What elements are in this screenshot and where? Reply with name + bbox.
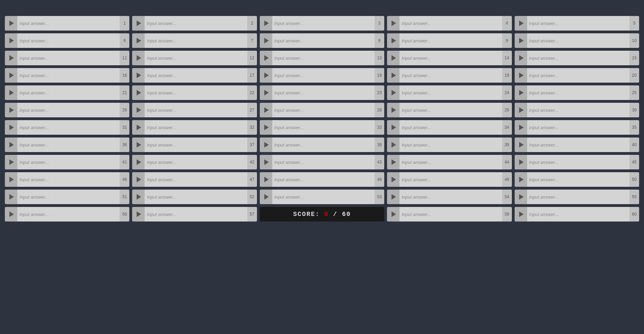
play-button-12[interactable]: [132, 51, 145, 65]
answer-input-38[interactable]: [272, 137, 375, 152]
play-button-4[interactable]: [387, 16, 400, 31]
play-button-41[interactable]: [5, 155, 17, 169]
play-button-10[interactable]: [515, 33, 527, 48]
answer-input-20[interactable]: [527, 68, 629, 83]
answer-input-22[interactable]: [145, 85, 247, 100]
answer-input-37[interactable]: [145, 137, 247, 152]
play-button-5[interactable]: [515, 16, 527, 31]
play-button-21[interactable]: [5, 85, 17, 100]
play-button-27[interactable]: [132, 103, 145, 117]
play-button-25[interactable]: [515, 85, 527, 100]
answer-input-4[interactable]: [400, 16, 502, 31]
answer-input-45[interactable]: [527, 155, 629, 169]
answer-input-8[interactable]: [272, 33, 375, 48]
play-button-6[interactable]: [5, 33, 17, 48]
answer-input-39[interactable]: [400, 137, 502, 152]
answer-input-9[interactable]: [400, 33, 502, 48]
answer-input-7[interactable]: [145, 33, 247, 48]
play-button-1[interactable]: [5, 16, 17, 31]
answer-input-52[interactable]: [145, 190, 247, 204]
play-button-17[interactable]: [132, 68, 145, 83]
answer-input-55[interactable]: [527, 190, 629, 204]
play-button-37[interactable]: [132, 137, 145, 152]
answer-input-13[interactable]: [272, 51, 375, 65]
play-button-16[interactable]: [5, 68, 17, 83]
answer-input-10[interactable]: [527, 33, 629, 48]
play-button-44[interactable]: [387, 155, 400, 169]
play-button-43[interactable]: [260, 155, 272, 169]
play-button-46[interactable]: [5, 172, 17, 187]
play-button-50[interactable]: [515, 172, 527, 187]
answer-input-6[interactable]: [17, 33, 120, 48]
play-button-2[interactable]: [132, 16, 145, 31]
answer-input-2[interactable]: [145, 16, 247, 31]
answer-input-50[interactable]: [527, 172, 629, 187]
answer-input-43[interactable]: [272, 155, 375, 169]
answer-input-59[interactable]: [400, 207, 502, 222]
answer-input-27[interactable]: [145, 103, 247, 117]
play-button-54[interactable]: [387, 190, 400, 204]
play-button-31[interactable]: [5, 120, 17, 135]
answer-input-15[interactable]: [527, 51, 629, 65]
answer-input-18[interactable]: [272, 68, 375, 83]
play-button-60[interactable]: [515, 207, 527, 222]
play-button-14[interactable]: [387, 51, 400, 65]
answer-input-28[interactable]: [272, 103, 375, 117]
answer-input-30[interactable]: [527, 103, 629, 117]
play-button-9[interactable]: [387, 33, 400, 48]
answer-input-49[interactable]: [400, 172, 502, 187]
play-button-11[interactable]: [5, 51, 17, 65]
answer-input-24[interactable]: [400, 85, 502, 100]
answer-input-21[interactable]: [17, 85, 120, 100]
answer-input-35[interactable]: [527, 120, 629, 135]
answer-input-33[interactable]: [272, 120, 375, 135]
answer-input-53[interactable]: [272, 190, 375, 204]
play-button-59[interactable]: [387, 207, 400, 222]
answer-input-31[interactable]: [17, 120, 120, 135]
play-button-47[interactable]: [132, 172, 145, 187]
play-button-26[interactable]: [5, 103, 17, 117]
answer-input-16[interactable]: [17, 68, 120, 83]
answer-input-47[interactable]: [145, 172, 247, 187]
answer-input-56[interactable]: [17, 207, 120, 222]
answer-input-57[interactable]: [145, 207, 247, 222]
play-button-24[interactable]: [387, 85, 400, 100]
play-button-8[interactable]: [260, 33, 272, 48]
play-button-40[interactable]: [515, 137, 527, 152]
play-button-55[interactable]: [515, 190, 527, 204]
answer-input-46[interactable]: [17, 172, 120, 187]
play-button-51[interactable]: [5, 190, 17, 204]
answer-input-29[interactable]: [400, 103, 502, 117]
answer-input-44[interactable]: [400, 155, 502, 169]
play-button-30[interactable]: [515, 103, 527, 117]
answer-input-3[interactable]: [272, 16, 375, 31]
play-button-20[interactable]: [515, 68, 527, 83]
play-button-32[interactable]: [132, 120, 145, 135]
answer-input-42[interactable]: [145, 155, 247, 169]
answer-input-12[interactable]: [145, 51, 247, 65]
play-button-45[interactable]: [515, 155, 527, 169]
play-button-48[interactable]: [260, 172, 272, 187]
answer-input-25[interactable]: [527, 85, 629, 100]
play-button-15[interactable]: [515, 51, 527, 65]
play-button-35[interactable]: [515, 120, 527, 135]
play-button-23[interactable]: [260, 85, 272, 100]
play-button-38[interactable]: [260, 137, 272, 152]
play-button-22[interactable]: [132, 85, 145, 100]
play-button-19[interactable]: [387, 68, 400, 83]
answer-input-36[interactable]: [17, 137, 120, 152]
play-button-53[interactable]: [260, 190, 272, 204]
play-button-39[interactable]: [387, 137, 400, 152]
play-button-13[interactable]: [260, 51, 272, 65]
play-button-52[interactable]: [132, 190, 145, 204]
answer-input-11[interactable]: [17, 51, 120, 65]
play-button-34[interactable]: [387, 120, 400, 135]
answer-input-14[interactable]: [400, 51, 502, 65]
answer-input-26[interactable]: [17, 103, 120, 117]
answer-input-34[interactable]: [400, 120, 502, 135]
play-button-7[interactable]: [132, 33, 145, 48]
play-button-3[interactable]: [260, 16, 272, 31]
answer-input-54[interactable]: [400, 190, 502, 204]
answer-input-40[interactable]: [527, 137, 629, 152]
play-button-42[interactable]: [132, 155, 145, 169]
